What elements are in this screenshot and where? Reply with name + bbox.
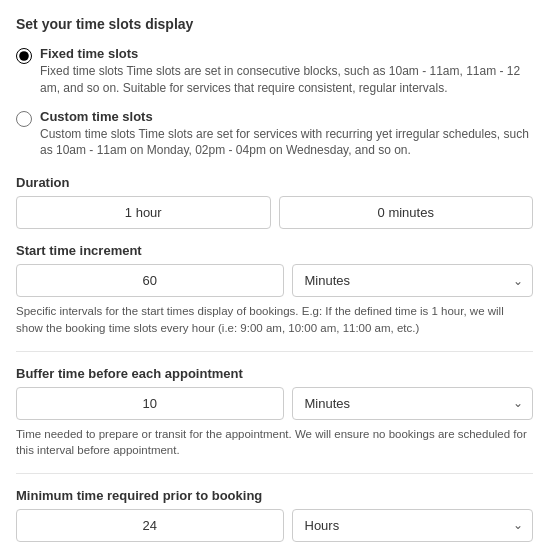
page-container: Set your time slots display Fixed time s… [16,16,533,545]
duration-hour-button[interactable]: 1 hour [16,196,271,229]
fixed-time-slots-label: Fixed time slots [40,46,533,61]
start-time-increment-input[interactable] [16,264,284,297]
page-title: Set your time slots display [16,16,533,32]
min-time-label: Minimum time required prior to booking [16,488,533,503]
buffer-time-label: Buffer time before each appointment [16,366,533,381]
min-time-section: Minimum time required prior to booking M… [16,488,533,545]
fixed-time-slots-desc: Fixed time slots Time slots are set in c… [40,64,520,95]
duration-minute-button[interactable]: 0 minutes [279,196,534,229]
custom-time-slots-desc: Custom time slots Time slots are set for… [40,127,529,158]
duration-section: Duration 1 hour 0 minutes [16,175,533,229]
custom-time-slots-content: Custom time slots Custom time slots Time… [40,109,533,160]
start-time-increment-row: Minutes Hours ⌄ [16,264,533,297]
start-time-increment-section: Start time increment Minutes Hours ⌄ Spe… [16,243,533,336]
buffer-time-row: Minutes Hours ⌄ [16,387,533,420]
min-time-input[interactable] [16,509,284,542]
start-time-increment-label: Start time increment [16,243,533,258]
duration-row: 1 hour 0 minutes [16,196,533,229]
divider-2 [16,473,533,474]
custom-time-slots-option[interactable]: Custom time slots Custom time slots Time… [16,109,533,160]
start-time-increment-hint: Specific intervals for the start times d… [16,303,533,336]
min-time-unit-wrapper: Minutes Hours ⌄ [292,509,534,542]
custom-time-slots-label: Custom time slots [40,109,533,124]
buffer-time-input[interactable] [16,387,284,420]
divider-1 [16,351,533,352]
min-time-row: Minutes Hours ⌄ [16,509,533,542]
fixed-time-slots-radio[interactable] [16,48,32,64]
start-time-increment-unit-select[interactable]: Minutes Hours [292,264,534,297]
custom-time-slots-radio[interactable] [16,111,32,127]
buffer-time-unit-select[interactable]: Minutes Hours [292,387,534,420]
duration-label: Duration [16,175,533,190]
buffer-time-section: Buffer time before each appointment Minu… [16,366,533,459]
fixed-time-slots-option[interactable]: Fixed time slots Fixed time slots Time s… [16,46,533,97]
start-time-increment-unit-wrapper: Minutes Hours ⌄ [292,264,534,297]
time-slot-type-group: Fixed time slots Fixed time slots Time s… [16,46,533,159]
buffer-time-hint: Time needed to prepare or transit for th… [16,426,533,459]
buffer-time-unit-wrapper: Minutes Hours ⌄ [292,387,534,420]
min-time-unit-select[interactable]: Minutes Hours [292,509,534,542]
fixed-time-slots-content: Fixed time slots Fixed time slots Time s… [40,46,533,97]
